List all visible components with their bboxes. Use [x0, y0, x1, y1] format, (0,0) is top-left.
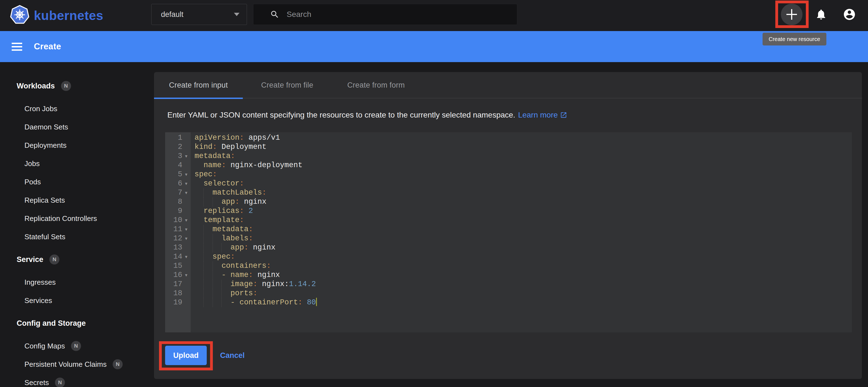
token-k: metadata	[194, 152, 230, 160]
sidebar-item-secrets[interactable]: SecretsN	[0, 374, 154, 387]
token-p: :	[253, 289, 257, 297]
sidebar-item-services[interactable]: Services	[0, 291, 154, 310]
fold-toggle-icon[interactable]: ▾	[182, 271, 190, 280]
sidebar-item-jobs[interactable]: Jobs	[0, 154, 154, 173]
sidebar-item-replica-sets[interactable]: Replica Sets	[0, 191, 154, 209]
indent-guide	[194, 243, 204, 252]
token-k: template	[204, 216, 240, 224]
indent-guide	[194, 179, 204, 188]
sidebar-item-cron-jobs[interactable]: Cron Jobs	[0, 100, 154, 118]
line-number: 5	[165, 170, 182, 179]
line-number: 17	[165, 280, 182, 289]
bell-icon	[815, 8, 827, 21]
sidebar-item-daemon-sets[interactable]: Daemon Sets	[0, 118, 154, 136]
yaml-editor[interactable]: 1apiVersion: apps/v12kind: Deployment3▾m…	[165, 132, 852, 332]
sidebar-section-config-and-storage[interactable]: Config and Storage	[0, 314, 154, 332]
editor-gutter: 7▾	[165, 188, 191, 198]
learn-more-label: Learn more	[518, 111, 558, 119]
indent-guide	[194, 261, 204, 271]
plus-icon	[786, 9, 797, 20]
token-k: app	[221, 198, 235, 206]
editor-gutter: 10▾	[165, 216, 191, 225]
editor-gutter: 3▾	[165, 152, 191, 161]
editor-line: 5▾spec:	[165, 170, 852, 179]
sidebar-item-replication-controllers[interactable]: Replication Controllers	[0, 209, 154, 227]
editor-line: 13 app: nginx	[165, 243, 852, 252]
line-number: 9	[165, 207, 182, 216]
indent-guide	[213, 198, 221, 207]
editor-gutter: 8	[165, 198, 191, 207]
account-button[interactable]	[839, 4, 860, 25]
editor-gutter: 5▾	[165, 170, 191, 179]
indent-guide	[194, 225, 204, 234]
line-number: 1	[165, 133, 182, 142]
editor-gutter: 2	[165, 142, 191, 152]
line-number: 4	[165, 161, 182, 170]
token-p: :	[240, 134, 244, 142]
fold-toggle-icon[interactable]: ▾	[182, 225, 190, 234]
sidebar-section-label: Config and Storage	[17, 319, 86, 328]
editor-gutter: 13	[165, 243, 191, 252]
token-k: replicas	[204, 207, 240, 215]
sidebar-item-label: Secrets	[24, 378, 49, 387]
token-p: :	[230, 252, 235, 261]
menu-button[interactable]	[12, 41, 22, 53]
namespace-selector[interactable]: default	[151, 4, 247, 25]
create-new-resource-button[interactable]	[781, 4, 803, 25]
editor-gutter: 19	[165, 298, 191, 307]
sidebar-item-pods[interactable]: Pods	[0, 173, 154, 191]
token-p: :	[248, 234, 253, 243]
fold-toggle-icon[interactable]: ▾	[182, 252, 190, 261]
code-line-content: spec:	[191, 170, 217, 179]
tab-create-from-form[interactable]: Create from form	[332, 72, 421, 98]
fold-toggle-icon[interactable]: ▾	[182, 188, 190, 198]
sidebar-item-config-maps[interactable]: Config MapsN	[0, 337, 154, 355]
sidebar-section-service[interactable]: ServiceN	[0, 250, 154, 269]
sidebar-section-items: Config MapsNPersistent Volume ClaimsNSec…	[0, 337, 154, 387]
token-k: kind	[194, 143, 213, 151]
token-k: image	[230, 280, 253, 288]
page-title: Create	[34, 42, 61, 51]
app-bar: Create	[0, 31, 868, 62]
indent-guide	[194, 207, 204, 216]
sidebar-item-deployments[interactable]: Deployments	[0, 136, 154, 154]
sidebar-item-stateful-sets[interactable]: Stateful Sets	[0, 227, 154, 246]
token-p: :	[230, 152, 235, 160]
line-number: 6	[165, 179, 182, 188]
indent-guide	[213, 298, 221, 307]
cancel-button[interactable]: Cancel	[220, 351, 245, 360]
sidebar-item-persistent-volume-claims[interactable]: Persistent Volume ClaimsN	[0, 355, 154, 374]
editor-gutter: 9	[165, 207, 191, 216]
learn-more-link[interactable]: Learn more	[518, 111, 567, 119]
fold-toggle-icon[interactable]: ▾	[182, 170, 190, 179]
sidebar-section-workloads[interactable]: WorkloadsN	[0, 77, 154, 95]
sidebar-item-label: Jobs	[24, 160, 40, 168]
fold-toggle-icon[interactable]: ▾	[182, 234, 190, 243]
indent-guide	[204, 225, 212, 234]
token-p: :	[244, 243, 248, 252]
sidebar-section-label: Service	[17, 255, 43, 264]
editor-line: 10▾ template:	[165, 216, 852, 225]
token-v	[244, 207, 248, 215]
fold-toggle-icon[interactable]: ▾	[182, 216, 190, 225]
search-input[interactable]: Search	[253, 4, 517, 25]
editor-gutter: 6▾	[165, 179, 191, 188]
token-p: :	[221, 161, 226, 169]
notifications-button[interactable]	[810, 4, 832, 25]
fold-toggle-icon[interactable]: ▾	[182, 179, 190, 188]
token-p: :	[235, 198, 240, 206]
line-number: 16	[165, 271, 182, 280]
sidebar-item-ingresses[interactable]: Ingresses	[0, 273, 154, 291]
tab-create-from-file[interactable]: Create from file	[243, 72, 332, 98]
indent-guide	[204, 289, 212, 298]
fold-toggle-icon[interactable]: ▾	[182, 152, 190, 161]
kubernetes-brand[interactable]: kubernetes	[10, 0, 103, 31]
token-k: containers	[221, 262, 267, 270]
editor-gutter: 12▾	[165, 234, 191, 243]
sidebar-section-label: Workloads	[17, 82, 55, 91]
token-p: :	[298, 298, 303, 307]
code-line-content: labels:	[191, 234, 253, 243]
token-p: :	[213, 143, 217, 151]
tab-create-from-input[interactable]: Create from input	[154, 72, 243, 98]
upload-button[interactable]: Upload	[165, 346, 207, 365]
